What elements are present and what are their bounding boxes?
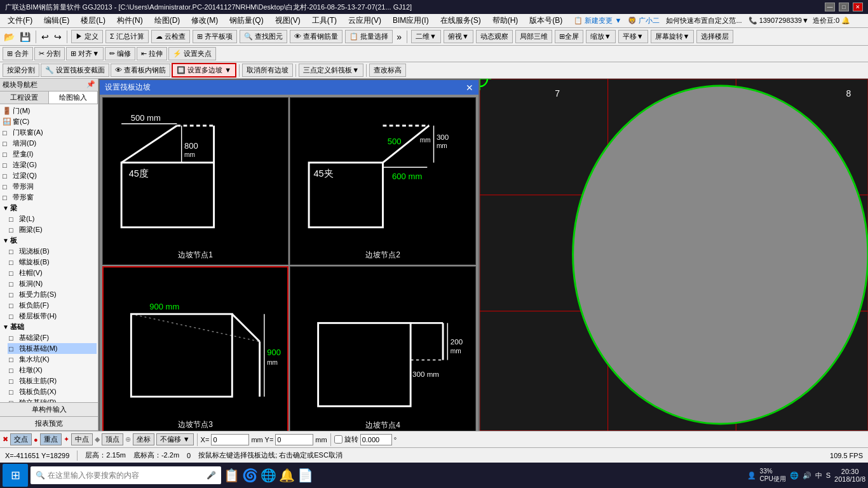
sidebar-item-beam[interactable]: □ 梁(L)	[8, 214, 97, 224]
pan-btn[interactable]: 平移▼	[618, 30, 648, 43]
single-component-btn[interactable]: 单构件输入	[0, 403, 98, 417]
open-icon[interactable]: 📂	[3, 30, 16, 43]
find-elem-btn[interactable]: 🔍 查找图元	[240, 30, 287, 43]
search-bar[interactable]: 🔍 🎤	[31, 466, 221, 484]
menu-floor[interactable]: 楼层(L)	[76, 14, 111, 27]
start-button[interactable]: ⊞	[3, 464, 28, 487]
sidebar-group-beam[interactable]: ▼ 梁	[1, 203, 97, 214]
sidebar-item-coupling-beam[interactable]: □ 连梁(G)	[1, 159, 97, 170]
new-change-btn[interactable]: 📋 新建变更 ▼	[574, 16, 621, 25]
app-icon-1[interactable]: 📋	[224, 468, 240, 483]
rotate-checkbox[interactable]	[334, 435, 342, 444]
menu-online[interactable]: 在线服务(S)	[435, 14, 486, 27]
calc-btn[interactable]: Σ 汇总计算	[105, 30, 149, 43]
sidebar-item-door[interactable]: 🚪 门(M)	[1, 105, 97, 116]
node-cell-1[interactable]: 800 mm 500 mm 45度 边坡节点1	[102, 97, 288, 265]
select-floor-btn[interactable]: 选择楼层	[696, 30, 733, 43]
sidebar-item-over-beam[interactable]: □ 过梁(Q)	[1, 170, 97, 181]
sidebar-item-found-beam[interactable]: □ 基础梁(F)	[8, 332, 97, 343]
close-btn[interactable]: ✕	[853, 3, 863, 11]
align-btn[interactable]: ⊞ 对齐▼	[66, 47, 104, 60]
stretch-btn[interactable]: ⇤ 拉伸	[137, 47, 167, 60]
node-cell-4[interactable]: 200 mm 300 mm 边坡节点4	[290, 266, 476, 431]
menu-draw[interactable]: 绘图(D)	[149, 14, 186, 27]
app-icon-2[interactable]: 🌀	[242, 468, 258, 483]
merge-btn[interactable]: ⊞ 合并	[3, 47, 33, 60]
menu-tools[interactable]: 工具(T)	[307, 14, 342, 27]
sidebar-item-window[interactable]: 🪟 窗(C)	[1, 116, 97, 127]
menu-cloud[interactable]: 云应用(V)	[343, 14, 386, 27]
sidebar-item-neg-rebar[interactable]: □ 板负筋(F)	[8, 300, 97, 311]
minimize-btn[interactable]: —	[825, 3, 835, 11]
sidebar-item-isolated-found[interactable]: □ 独立基础(P)	[8, 397, 97, 402]
sidebar-item-strip-hole[interactable]: □ 带形洞	[1, 181, 97, 192]
sidebar-item-col-mound[interactable]: □ 柱墩(X)	[8, 365, 97, 376]
sidebar-item-raft-neg-rebar[interactable]: □ 筏板负筋(X)	[8, 386, 97, 397]
sidebar-item-slab-hole[interactable]: □ 板洞(N)	[8, 278, 97, 289]
2d-btn[interactable]: 二维▼	[411, 30, 441, 43]
sidebar-item-strip-window[interactable]: □ 带形窗	[1, 192, 97, 203]
sidebar-item-floor-strip[interactable]: □ 楼层板带(H)	[8, 311, 97, 322]
sidebar-item-cast-slab[interactable]: □ 现浇板(B)	[8, 246, 97, 257]
app-icon-3[interactable]: 🌐	[261, 468, 276, 483]
define-btn[interactable]: ▶ 定义	[71, 30, 103, 43]
local-3d-btn[interactable]: 局部三维	[515, 30, 552, 43]
menu-bim[interactable]: BIM应用(I)	[388, 14, 434, 27]
menu-view[interactable]: 视图(V)	[270, 14, 306, 27]
snap-nooffset-btn[interactable]: 不偏移 ▼	[156, 433, 194, 445]
batch-select-btn[interactable]: 📋 批量选择	[345, 30, 393, 43]
node-cell-3[interactable]: 900 mm 900 mm 边坡节点3	[102, 266, 288, 431]
snap-vertex-btn[interactable]: 顶点	[102, 433, 123, 445]
dialog-close-btn[interactable]: ✕	[466, 83, 473, 93]
menu-version[interactable]: 版本号(B)	[524, 14, 567, 27]
cancel-all-slope-btn[interactable]: 取消所有边坡	[242, 64, 293, 77]
node-cell-2[interactable]: 500 mm 300 mm 600 mm 45夹 边坡节点2	[290, 97, 476, 265]
sidebar-group-slab[interactable]: ▼ 板	[1, 235, 97, 246]
sidebar-pin-icon[interactable]: 📌	[86, 80, 95, 90]
sidebar-item-raft-main-rebar[interactable]: □ 筏板主筋(R)	[8, 376, 97, 386]
sidebar-item-ring-beam[interactable]: □ 圈梁(E)	[8, 224, 97, 235]
app-icon-5[interactable]: 📄	[297, 468, 313, 483]
sidebar-item-col-cap[interactable]: □ 柱帽(V)	[8, 268, 97, 278]
set-grip-btn[interactable]: ⚡ 设置夹点	[168, 47, 216, 60]
snap-midpt2-btn[interactable]: 中点	[71, 433, 93, 445]
more-icon[interactable]: »	[395, 30, 403, 43]
maximize-btn[interactable]: □	[839, 3, 849, 11]
sidebar-item-spiral-slab[interactable]: □ 螺旋板(B)	[8, 257, 97, 268]
save-icon[interactable]: 💾	[18, 30, 32, 43]
menu-modify[interactable]: 修改(M)	[186, 14, 223, 27]
three-point-slope-btn[interactable]: 三点定义斜筏板▼	[299, 64, 363, 77]
view-rebar-btn[interactable]: 👁 查看钢筋量	[290, 30, 342, 43]
sidebar-item-raft[interactable]: □ 筏板基础(M)	[8, 343, 97, 354]
split-beam-btn[interactable]: 按梁分割	[3, 64, 39, 77]
zoom-btn[interactable]: 缩放▼	[586, 30, 616, 43]
y-input[interactable]	[275, 434, 313, 445]
snap-intersection-btn[interactable]: 交点	[10, 433, 32, 445]
edit-btn[interactable]: ✏ 编修	[105, 47, 135, 60]
sidebar-item-door-window[interactable]: □ 门联窗(A)	[1, 127, 97, 138]
view-board-rebar-btn[interactable]: 👁 查看板内钢筋	[111, 64, 170, 77]
set-multi-slope-btn[interactable]: 🔲 设置多边坡 ▼	[172, 63, 236, 78]
menu-file[interactable]: 文件(F)	[3, 14, 37, 27]
app-icon-4[interactable]: 🔔	[279, 468, 295, 483]
snap-midpoint-btn[interactable]: 重点	[40, 433, 62, 445]
undo-icon[interactable]: ↩	[40, 30, 50, 43]
align-floor-btn[interactable]: ⊞ 齐平板项	[193, 30, 237, 43]
set-section-btn[interactable]: 🔧 设置筏板变截面	[41, 64, 109, 77]
menu-help[interactable]: 帮助(H)	[487, 14, 524, 27]
rotate-input[interactable]	[360, 434, 392, 445]
tab-draw-input[interactable]: 绘图输入	[49, 92, 98, 104]
menu-edit[interactable]: 编辑(E)	[39, 14, 74, 27]
sidebar-item-wall-hole[interactable]: □ 墙洞(D)	[1, 138, 97, 149]
top-view-btn[interactable]: 俯视▼	[444, 30, 473, 43]
sidebar-item-niche[interactable]: □ 壁龛(I)	[1, 149, 97, 159]
fullscreen-btn[interactable]: ⊞全屏	[555, 30, 583, 43]
sidebar-item-sump[interactable]: □ 集水坑(K)	[8, 354, 97, 365]
check-elevation-btn[interactable]: 查改标高	[369, 64, 406, 77]
cloud-check-btn[interactable]: ☁ 云检查	[151, 30, 190, 43]
snap-coord-btn[interactable]: 坐标	[133, 433, 154, 445]
menu-rebar[interactable]: 钢筋量(Q)	[224, 14, 268, 27]
menu-component[interactable]: 构件(N)	[112, 14, 148, 27]
report-preview-btn[interactable]: 报表预览	[0, 417, 98, 431]
screen-rotate-btn[interactable]: 屏幕旋转▼	[651, 30, 695, 43]
